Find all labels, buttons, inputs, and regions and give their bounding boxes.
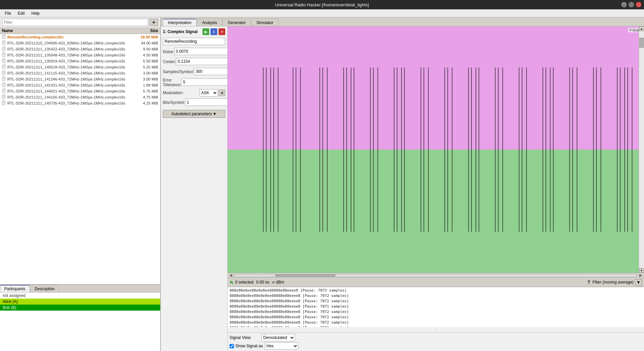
menubar: File Edit Help (0, 9, 644, 17)
show-signal-checkbox-label[interactable]: Show Signal as (230, 344, 263, 348)
show-signal-label: Show Signal as (235, 344, 263, 348)
interp-layout: 1: Complex Signal ▶ ℹ ✕ Noise: ▲ ▼ (161, 26, 644, 351)
filter-dropdown-button[interactable]: ▼ (635, 279, 642, 286)
tab-description[interactable]: Description (30, 285, 59, 292)
status-db: ∞ dBm (272, 280, 284, 285)
bits-input[interactable] (185, 99, 228, 106)
file-row[interactable]: RTL-SDR-20211210_234936-433_92MHz-1MSps-… (0, 40, 160, 46)
tab-analysis[interactable]: Analysis (197, 19, 222, 26)
bits-row: Bits/Symbol: ▲ ▼ (163, 99, 225, 107)
file-row[interactable]: RTL-SDR-20211211_135919-433_72MHz-1MSps-… (0, 58, 160, 64)
participants-tab-row: Participants Description (0, 285, 160, 293)
svg-rect-26 (2, 71, 5, 75)
svg-rect-2 (2, 35, 5, 39)
signal-view-select[interactable]: Demodulated Raw Filtered (262, 334, 295, 341)
file-icon (2, 52, 6, 58)
file-row[interactable]: RTL-SDR-20211211_135422-433_72MHz-1MSps-… (0, 46, 160, 52)
signal-name-input[interactable] (163, 38, 225, 45)
svg-rect-42 (2, 95, 5, 99)
data-row: 8888e88e8ee88e8e8ee88888e88eeee8 [Pause:… (230, 309, 642, 315)
scroll-up-arrow[interactable]: ▲ (639, 26, 644, 31)
file-icon (2, 101, 6, 106)
show-signal-checkbox[interactable] (230, 344, 234, 348)
center-input[interactable] (176, 58, 228, 65)
data-output: 888e88e8ee88e8e8ee88888e88eeee8 [Pause: … (228, 287, 644, 327)
signal-view-label: Signal View: (230, 335, 260, 340)
file-size: 1.88 MiB (131, 83, 158, 87)
file-name: RTL-SDR-20211211_145735-433_72MHz-1MSps-… (7, 101, 131, 105)
samples-input[interactable] (194, 68, 228, 75)
scroll-down-arrow[interactable]: ▼ (639, 268, 644, 273)
filter-right: Filter (moving average) ▼ (587, 279, 642, 286)
autodetect-button[interactable]: Autodetect parameters ▼ (163, 110, 225, 118)
bottom-controls: Signal View: Demodulated Raw Filtered Sh… (228, 332, 644, 351)
file-row[interactable]: RTL-SDR-20211211_144156-433_72MHz-1MSps-… (0, 94, 160, 100)
status-time: 0.00 ns (256, 280, 269, 285)
signal-header-label: 1: Complex Signal (163, 29, 201, 34)
svg-rect-38 (2, 89, 5, 93)
file-icon (2, 64, 6, 70)
bits-label: Bits/Symbol: (163, 100, 185, 105)
tab-generator[interactable]: Generator (223, 19, 251, 26)
tab-interpretation[interactable]: Interpretation (163, 19, 197, 26)
tab-simulator[interactable]: Simulator (251, 19, 278, 26)
modulation-settings-button[interactable]: ⚙ (219, 90, 225, 96)
file-name: RemoteRecording.complex16s (7, 35, 131, 39)
close-button[interactable] (636, 2, 641, 7)
file-size: 5.25 MiB (131, 65, 158, 69)
file-row[interactable]: RTL-SDR-20211211_141246-433_72MHz-1MSps-… (0, 76, 160, 82)
scroll-right-icon[interactable] (637, 274, 644, 278)
data-row: 8888e88e8ee88e8e8ee88888e88eeee8 [Pause:… (230, 315, 642, 320)
h-scrollbar[interactable] (228, 273, 644, 278)
file-row[interactable]: RTL-SDR-20211211_144021-433_72MHz-1MSps-… (0, 88, 160, 94)
waveform-svg (228, 26, 644, 273)
file-name: RTL-SDR-20211210_234936-433_92MHz-1MSps-… (7, 41, 131, 45)
modulation-select[interactable]: ASK FSK PSK (200, 89, 218, 97)
close-signal-button[interactable]: ✕ (219, 28, 225, 35)
filter-input[interactable] (2, 19, 148, 26)
file-row[interactable]: RemoteRecording.complex16s16.00 MiB (0, 34, 160, 40)
column-name-header: Name (2, 28, 131, 33)
svg-rect-6 (2, 41, 5, 45)
participant-row[interactable]: Bob (B) (0, 305, 160, 311)
participant-row[interactable]: Alice (A) (0, 299, 160, 305)
scroll-left-icon[interactable] (228, 274, 234, 278)
y-scale-scrollbar[interactable]: ▲ ▼ (639, 26, 644, 273)
window-controls: – □ (621, 2, 641, 7)
noise-input[interactable] (174, 48, 227, 55)
scroll-track[interactable] (639, 31, 644, 268)
file-name: RTL-SDR-20211211_135648-433_72MHz-1MSps-… (7, 53, 131, 57)
file-list[interactable]: RemoteRecording.complex16s16.00 MiBRTL-S… (0, 34, 160, 284)
participant-row[interactable]: not assigned (0, 293, 160, 299)
file-row[interactable]: RTL-SDR-20211211_141115-433_72MHz-1MSps-… (0, 70, 160, 76)
menu-help[interactable]: Help (28, 10, 43, 16)
center-row: Center: ▲ ▼ (163, 58, 225, 66)
file-row[interactable]: RTL-SDR-20211211_141421-433_72MHz-1MSps-… (0, 82, 160, 88)
top-tabs: Interpretation Analysis Generator Simula… (161, 17, 644, 26)
file-name: RTL-SDR-20211211_144156-433_72MHz-1MSps-… (7, 95, 131, 99)
file-row[interactable]: RTL-SDR-20211211_145735-433_72MHz-1MSps-… (0, 100, 160, 106)
info-button[interactable]: ℹ (211, 28, 217, 35)
modulation-row: Modulation: ASK FSK PSK ⚙ (163, 89, 225, 97)
waveform-container[interactable]: Y-Scale ▲ ▼ (228, 26, 644, 273)
menu-file[interactable]: File (1, 10, 14, 16)
status-bar: 0 selected 0.00 ns ∞ dBm ··· Filter (mov… (228, 278, 644, 287)
menu-edit[interactable]: Edit (14, 10, 28, 16)
minimize-button[interactable]: – (621, 2, 627, 7)
titlebar: Universal Radio Hacker [/home/ever/desk_… (0, 0, 644, 9)
scroll-thumb[interactable] (639, 38, 644, 48)
file-size: 3.00 MiB (131, 77, 158, 81)
noise-spinbox: ▲ ▼ (174, 48, 228, 56)
autodetect-dropdown-icon: ▼ (213, 112, 217, 116)
play-button[interactable]: ▶ (203, 28, 209, 35)
status-selected: 0 selected (230, 280, 254, 285)
data-row: 8888e88e8ee88e8e8ee88888e88eeee8 [Pause:… (230, 299, 642, 304)
file-row[interactable]: RTL-SDR-20211211_135648-433_72MHz-1MSps-… (0, 52, 160, 58)
error-input[interactable] (181, 78, 228, 86)
maximize-button[interactable]: □ (629, 2, 634, 7)
tab-participants[interactable]: Participants (0, 285, 30, 292)
show-signal-select[interactable]: Hex Binary ASCII (265, 342, 298, 350)
file-row[interactable]: RTL-SDR-20211211_140518-433_72MHz-1MSps-… (0, 64, 160, 70)
filter-add-button[interactable] (149, 19, 158, 26)
file-icon (2, 70, 6, 76)
